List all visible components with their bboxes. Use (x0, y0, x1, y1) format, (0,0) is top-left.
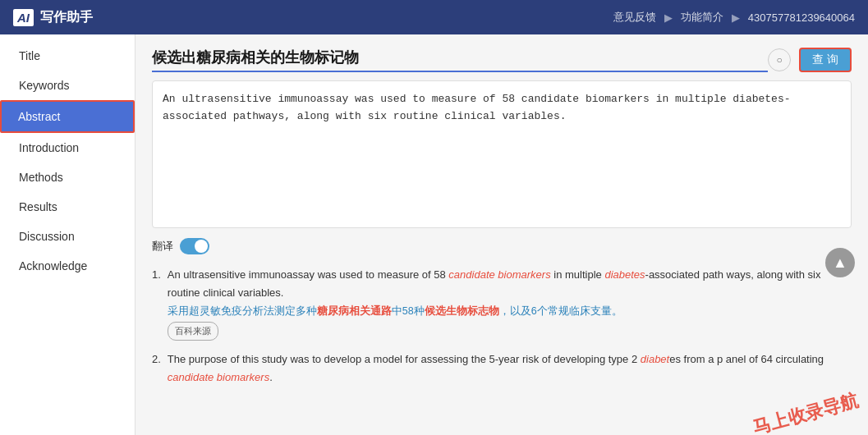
title-bar: 候选出糖尿病相关的生物标记物 ○ 查 询 (152, 48, 852, 72)
result-text-2: The purpose of this study was to develop… (168, 350, 852, 387)
logo: AI 写作助手 (13, 9, 93, 26)
result-2-highlight1: diabet (641, 353, 669, 365)
logo-icon: AI (13, 9, 34, 26)
sidebar-item-acknowledge[interactable]: Acknowledge (0, 251, 135, 281)
cn-after: ，以及6个常规临床支量。 (499, 305, 622, 317)
header-nav: 意见反馈 ▶ 功能简介 ▶ 43075778123964006​4 (613, 10, 855, 25)
doc-title: 候选出糖尿病相关的生物标记物 (152, 48, 768, 72)
abstract-text-box[interactable]: An ultrasensitive immunoassay was used t… (152, 80, 852, 228)
sidebar-item-results[interactable]: Results (0, 192, 135, 222)
cn-mid: 中58种 (392, 305, 425, 317)
result-1-text-mid1: in multiple (551, 268, 605, 281)
result-num-1: 1. (152, 266, 161, 341)
divider1: ▶ (664, 11, 673, 24)
result-2-highlight2: candidate biomarkers (168, 371, 269, 383)
feedback-link[interactable]: 意见反馈 (613, 10, 656, 25)
content-area: 候选出糖尿病相关的生物标记物 ○ 查 询 An ultrasensitive i… (135, 34, 868, 435)
result-1-highlight2: diabetes (604, 268, 645, 281)
toggle-row: 翻译 (152, 238, 852, 254)
sidebar-item-abstract[interactable]: Abstract (0, 100, 135, 133)
divider2: ▶ (732, 11, 740, 24)
result-text-1: An ultrasensitive immunoassay was used t… (168, 266, 852, 341)
result-2-text-before: The purpose of this study was to develop… (168, 353, 641, 365)
result-2-text-after: . (269, 371, 273, 383)
result-1-highlight1: candidate biomarkers (448, 268, 550, 281)
query-button[interactable]: 查 询 (799, 48, 852, 72)
sidebar-item-methods[interactable]: Methods (0, 163, 135, 192)
sidebar-item-introduction[interactable]: Introduction (0, 133, 135, 163)
cn-before: 采用超灵敏免疫分析法测定多种 (168, 305, 317, 317)
result-item-2: 2. The purpose of this study was to deve… (152, 350, 852, 387)
toggle-label: 翻译 (152, 239, 173, 254)
features-link[interactable]: 功能简介 (681, 10, 723, 25)
result-1-cn: 采用超灵敏免疫分析法测定多种糖尿病相关通路中58种候选生物标志物，以及6个常规临… (168, 305, 622, 317)
result-list: 1. An ultrasensitive immunoassay was use… (152, 266, 852, 387)
result-item-1: 1. An ultrasensitive immunoassay was use… (152, 266, 852, 341)
result-num-2: 2. (152, 350, 161, 387)
source-tag[interactable]: 百科来源 (168, 322, 218, 341)
logo-text: 写作助手 (40, 9, 93, 26)
watermark: 马上收录导航 (750, 388, 861, 435)
result-2-text-mid1: es from a p anel of 64 circulating (669, 353, 824, 365)
result-1-text-before: An ultrasensitive immunoassay was used t… (168, 268, 449, 281)
sidebar-item-discussion[interactable]: Discussion (0, 222, 135, 251)
cn-highlight2: 候选生物标志物 (425, 305, 499, 317)
phone-number: 43075778123964006​4 (748, 11, 855, 24)
sidebar: Title Keywords Abstract Introduction Met… (0, 34, 135, 435)
cn-highlight1: 糖尿病相关通路 (317, 305, 392, 317)
scroll-up-button[interactable]: ▲ (825, 248, 855, 277)
translate-toggle[interactable] (180, 238, 209, 254)
title-actions: ○ 查 询 (768, 48, 852, 72)
main-layout: Title Keywords Abstract Introduction Met… (0, 34, 868, 435)
circle-action-icon[interactable]: ○ (768, 48, 791, 71)
sidebar-item-keywords[interactable]: Keywords (0, 71, 135, 100)
header: AI 写作助手 意见反馈 ▶ 功能简介 ▶ 43075778123964006​… (0, 0, 868, 34)
sidebar-item-title[interactable]: Title (0, 41, 135, 71)
